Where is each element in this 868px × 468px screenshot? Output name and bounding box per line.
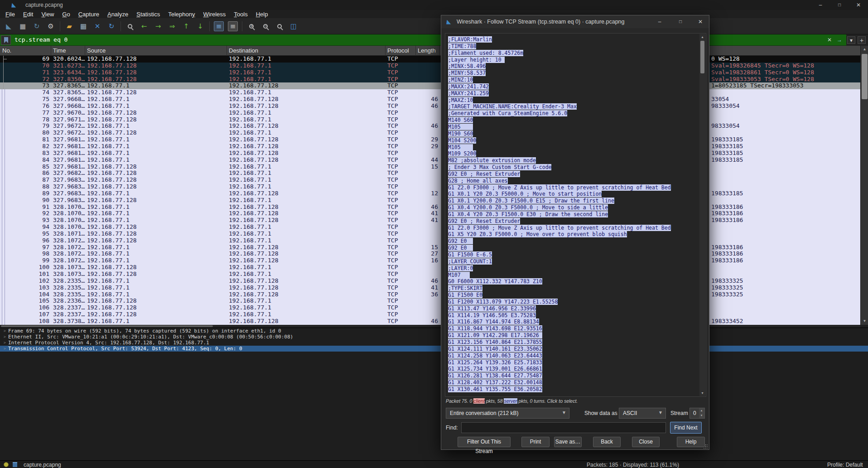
open-file-icon[interactable]: ▰ (64, 21, 74, 31)
zoom-in-icon[interactable]: + (246, 21, 256, 31)
scroll-down-icon[interactable]: ▼ (861, 318, 868, 325)
packet-row-79[interactable]: 79327.9672…192.168.77.1192.168.77.128TCP… (0, 123, 860, 130)
expert-info-icon[interactable] (4, 462, 9, 467)
menu-tools[interactable]: Tools (234, 11, 247, 18)
column-header-no[interactable]: No. (2, 47, 11, 54)
menu-help[interactable]: Help (256, 11, 268, 18)
find-next-button[interactable]: Find Next (670, 422, 702, 434)
spinner-down-icon[interactable]: ▼ (699, 413, 704, 418)
packet-row-100[interactable]: 100328.1073…192.168.77.128192.168.77.1TC… (0, 264, 860, 271)
packet-row-80[interactable]: 80327.9672…192.168.77.128192.168.77.1TCP (0, 130, 860, 136)
packet-row-72[interactable]: 72327.8350…192.168.77.128192.168.77.1TCP… (0, 76, 860, 83)
column-separator[interactable] (385, 46, 386, 56)
packet-row-106[interactable]: 106328.2337…192.168.77.128192.168.77.1TC… (0, 304, 860, 311)
detail-row[interactable]: ＞Frame 69: 74 bytes on wire (592 bits), … (0, 328, 868, 334)
menu-view[interactable]: View (41, 11, 54, 18)
packet-row-95[interactable]: 95328.1071…192.168.77.128192.168.77.1TCP (0, 231, 860, 237)
display-filter-input[interactable]: tcp.stream eq 0 ✕ → (0, 34, 846, 46)
zoom-out-icon[interactable]: − (260, 21, 270, 31)
maximize-button[interactable]: □ (830, 0, 849, 10)
scrollbar-thumb[interactable] (1, 325, 213, 327)
close-button[interactable]: ✕ (849, 0, 868, 10)
conversation-select[interactable]: Entire conversation (212 kB) ▼ (446, 408, 569, 419)
save-file-icon[interactable]: ▦ (78, 21, 88, 31)
capture-start-icon[interactable]: ◣ (4, 21, 14, 31)
go-to-packet-icon[interactable]: ⇒ (167, 21, 177, 31)
data-format-select[interactable]: ASCII ▼ (619, 408, 666, 419)
scroll-down-icon[interactable]: ▼ (699, 390, 705, 396)
stream-hint-text[interactable]: Packet 75. 0 client pkts, 58 server pkts… (446, 398, 578, 404)
filter-clear-icon[interactable]: ✕ (825, 36, 834, 44)
packet-row-87[interactable]: 87327.9683…192.168.77.128192.168.77.1TCP (0, 177, 860, 183)
packet-row-88[interactable]: 88327.9683…192.168.77.128192.168.77.1TCP (0, 183, 860, 190)
packet-row-102[interactable]: 102328.2335…192.168.77.1192.168.77.128TC… (0, 278, 860, 285)
column-separator[interactable] (439, 46, 440, 56)
column-separator[interactable] (85, 46, 85, 56)
packet-list-vertical-scrollbar[interactable]: ▲ ▼ (860, 46, 868, 325)
close-file-icon[interactable]: ✕ (92, 21, 102, 31)
expander-icon[interactable]: ＞ (3, 328, 7, 334)
packet-row-105[interactable]: 105328.2336…192.168.77.128192.168.77.1TC… (0, 298, 860, 304)
packet-row-69[interactable]: 69320.6024…192.168.77.128192.168.77.1TCP… (0, 56, 860, 63)
menu-file[interactable]: File (5, 11, 15, 18)
packet-row-71[interactable]: 71323.6434…192.168.77.128192.168.77.1TCP… (0, 69, 860, 76)
packet-row-82[interactable]: 82327.9681…192.168.77.1192.168.77.128TCP… (0, 143, 860, 150)
column-separator[interactable] (227, 46, 227, 56)
minimize-button[interactable]: – (811, 0, 830, 10)
dialog-maximize-button[interactable]: □ (673, 16, 688, 27)
column-header-source[interactable]: Source (87, 47, 106, 54)
packet-row-70[interactable]: 70321.6273…192.168.77.128192.168.77.1TCP… (0, 63, 860, 69)
stream-content-area[interactable]: ;FLAVOR:Marlin;TIME:788;Filament used: 8… (445, 33, 706, 397)
find-packet-icon[interactable] (125, 21, 135, 31)
packet-row-75[interactable]: 75327.9668…192.168.77.1192.168.77.128TCP… (0, 96, 860, 103)
capture-options-icon[interactable]: ⚙ (46, 21, 56, 31)
menu-go[interactable]: Go (62, 11, 70, 18)
packet-row-98[interactable]: 98328.1072…192.168.77.1192.168.77.128TCP… (0, 251, 860, 257)
stream-vertical-scrollbar[interactable]: ▲ ▼ (699, 34, 705, 396)
filter-dropdown-icon[interactable]: ▾ (847, 36, 855, 44)
detail-row[interactable]: ＞Ethernet II, Src: VMware_10:21:a1 (00:0… (0, 334, 868, 340)
packet-row-103[interactable]: 103328.2335…192.168.77.1192.168.77.128TC… (0, 285, 860, 291)
column-separator[interactable] (51, 46, 51, 56)
filter-out-this-stream-button[interactable]: Filter Out This Stream (458, 437, 511, 447)
filter-bookmark-icon[interactable] (1, 35, 11, 45)
packet-row-97[interactable]: 97328.1072…192.168.77.1192.168.77.128TCP… (0, 244, 860, 251)
capture-stop-icon[interactable]: ■ (18, 21, 28, 31)
packet-row-107[interactable]: 107328.2337…192.168.77.128192.168.77.1TC… (0, 311, 860, 318)
column-header-protocol[interactable]: Protocol (387, 47, 409, 54)
resize-columns-icon[interactable]: ◫ (289, 21, 299, 31)
go-back-icon[interactable]: ← (139, 21, 149, 31)
save-as-button[interactable]: Save as… (554, 437, 582, 447)
packet-row-83[interactable]: 83327.9681…192.168.77.1192.168.77.128TCP… (0, 150, 860, 157)
autoscroll-icon[interactable]: ≡ (214, 21, 224, 31)
filter-apply-icon[interactable]: → (835, 36, 844, 44)
back-button[interactable]: Back (593, 437, 621, 447)
scroll-up-icon[interactable]: ▲ (861, 46, 868, 53)
menu-statistics[interactable]: Statistics (136, 11, 160, 18)
stream-number-spinner[interactable]: 0 ▲ ▼ (690, 408, 705, 419)
dialog-minimize-button[interactable]: – (652, 16, 667, 27)
packet-row-104[interactable]: 104328.2335…192.168.77.1192.168.77.128TC… (0, 291, 860, 298)
go-first-icon[interactable]: ↑ (181, 21, 191, 31)
column-separator[interactable] (415, 46, 416, 56)
zoom-reset-icon[interactable] (275, 21, 285, 31)
packet-row-99[interactable]: 99328.1072…192.168.77.1192.168.77.128TCP… (0, 257, 860, 264)
packet-row-85[interactable]: 85327.9681…192.168.77.128192.168.77.1TCP… (0, 164, 860, 170)
packet-row-81[interactable]: 81327.9681…192.168.77.1192.168.77.128TCP… (0, 136, 860, 143)
statusbar-profile[interactable]: Profile: Default (827, 462, 863, 468)
packet-row-96[interactable]: 96328.1072…192.168.77.128192.168.77.1TCP (0, 237, 860, 244)
packet-row-90[interactable]: 90327.9683…192.168.77.128192.168.77.1TCP (0, 197, 860, 204)
packet-row-93[interactable]: 93328.1070…192.168.77.1192.168.77.128TCP… (0, 217, 860, 224)
packet-row-86[interactable]: 86327.9682…192.168.77.128192.168.77.1TCP (0, 170, 860, 177)
packet-row-78[interactable]: 78327.9671…192.168.77.128192.168.77.1TCP (0, 116, 860, 123)
packet-row-89[interactable]: 89327.9683…192.168.77.1192.168.77.128TCP… (0, 190, 860, 197)
column-header-destination[interactable]: Destination (229, 47, 258, 54)
go-forward-icon[interactable]: → (153, 21, 163, 31)
packet-row-76[interactable]: 76327.9668…192.168.77.1192.168.77.128TCP… (0, 103, 860, 110)
menu-telephony[interactable]: Telephony (168, 11, 195, 18)
menu-analyze[interactable]: Analyze (107, 11, 128, 18)
packet-row-74[interactable]: 74327.8365…192.168.77.128192.168.77.1TCP (0, 89, 860, 96)
menu-capture[interactable]: Capture (78, 11, 99, 18)
detail-row[interactable]: ＞Transmission Control Protocol, Src Port… (0, 346, 868, 352)
expander-icon[interactable]: ＞ (3, 346, 7, 352)
